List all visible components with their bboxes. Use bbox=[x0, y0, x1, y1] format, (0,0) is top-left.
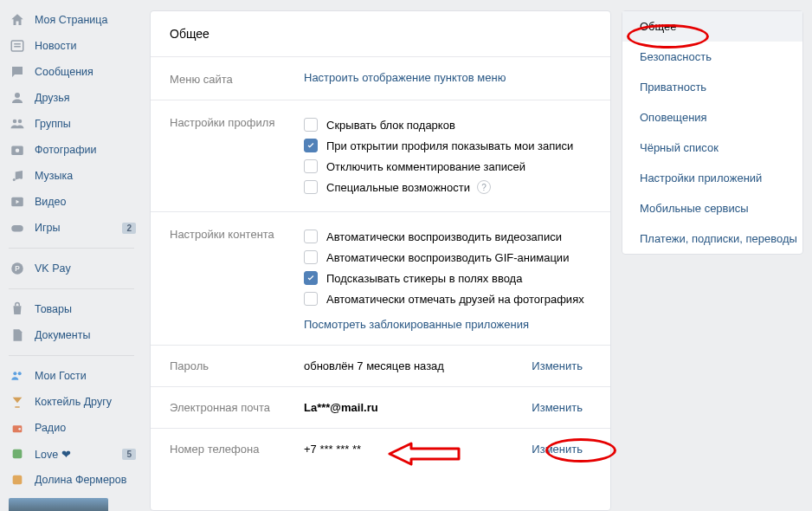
nav-item-msg[interactable]: Сообщения bbox=[0, 59, 143, 85]
settings-nav-Платежи, подписки, переводы[interactable]: Платежи, подписки, переводы bbox=[622, 223, 802, 254]
checkbox-label: При открытии профиля показывать мои запи… bbox=[326, 139, 573, 152]
nav-item-photo[interactable]: Фотографии bbox=[0, 137, 143, 163]
settings-nav-Общее[interactable]: Общее bbox=[622, 11, 802, 42]
checkbox[interactable] bbox=[304, 230, 318, 243]
game-icon bbox=[9, 219, 26, 236]
svg-point-15 bbox=[18, 372, 22, 375]
svg-rect-11 bbox=[11, 225, 23, 232]
checkbox-label: Подсказывать стикеры в полях ввода bbox=[326, 272, 522, 285]
nav-label: VK Pay bbox=[35, 262, 71, 275]
password-value: обновлён 7 месяцев назад bbox=[304, 359, 532, 372]
video-icon bbox=[9, 193, 26, 210]
svg-rect-18 bbox=[13, 450, 23, 459]
settings-nav-Безопасность[interactable]: Безопасность bbox=[622, 42, 802, 72]
radio-icon bbox=[9, 419, 26, 437]
phone-value: +7 *** *** ** bbox=[304, 443, 532, 456]
settings-nav-card: ОбщееБезопасностьПриватностьОповещенияЧё… bbox=[622, 10, 803, 255]
nav-label: Новости bbox=[35, 40, 76, 52]
nav-label: Радио bbox=[35, 422, 66, 434]
phone-label: Номер телефона bbox=[170, 443, 304, 456]
nav-item-video[interactable]: Видео bbox=[0, 189, 143, 215]
svg-point-8 bbox=[13, 178, 16, 181]
nav-item-radio[interactable]: Радио bbox=[0, 415, 143, 441]
left-sidebar: Моя Страница Новости Сообщения Друзья Гр… bbox=[0, 0, 143, 511]
configure-menu-link[interactable]: Настроить отображение пунктов меню bbox=[304, 71, 506, 84]
help-icon[interactable]: ? bbox=[477, 180, 491, 194]
svg-point-5 bbox=[18, 120, 23, 124]
nav-item-cocktail[interactable]: Коктейль Другу bbox=[0, 389, 143, 415]
checkbox-row[interactable]: При открытии профиля показывать мои запи… bbox=[304, 135, 591, 156]
nav-item-farm[interactable]: Долина Фермеров bbox=[0, 467, 143, 493]
checkbox-label: Специальные возможности bbox=[326, 181, 470, 194]
nav-item-music[interactable]: Музыка bbox=[0, 163, 143, 189]
checkbox-row[interactable]: Специальные возможности ? bbox=[304, 177, 591, 197]
nav-item-home[interactable]: Моя Страница bbox=[0, 7, 143, 33]
email-label: Электронная почта bbox=[170, 401, 304, 414]
blocked-apps-link[interactable]: Посмотреть заблокированные приложения bbox=[304, 318, 529, 331]
checkbox[interactable] bbox=[304, 292, 318, 306]
checkbox-row[interactable]: Скрывать блок подарков bbox=[304, 114, 591, 135]
nav-label: Коктейль Другу bbox=[35, 396, 112, 408]
checkbox[interactable] bbox=[304, 118, 318, 132]
nav-item-shop[interactable]: Товары bbox=[0, 296, 143, 322]
settings-nav-Оповещения[interactable]: Оповещения bbox=[622, 102, 802, 133]
email-change-link[interactable]: Изменить bbox=[532, 401, 583, 414]
msg-icon bbox=[9, 63, 26, 81]
nav-badge: 2 bbox=[122, 223, 136, 234]
phone-change-link[interactable]: Изменить bbox=[532, 443, 583, 456]
settings-general-card: Общее Меню сайта Настроить отображение п… bbox=[150, 10, 611, 511]
news-icon bbox=[9, 37, 26, 55]
password-label: Пароль bbox=[170, 359, 304, 372]
settings-nav-Мобильные сервисы[interactable]: Мобильные сервисы bbox=[622, 193, 802, 223]
user-icon bbox=[9, 89, 26, 107]
checkbox[interactable] bbox=[304, 159, 318, 173]
music-icon bbox=[9, 167, 26, 184]
nav-label: Долина Фермеров bbox=[35, 474, 126, 486]
sidebar-thumbnail[interactable] bbox=[9, 498, 108, 511]
checkbox-row[interactable]: Отключить комментирование записей bbox=[304, 156, 591, 177]
svg-point-14 bbox=[13, 372, 16, 375]
nav-item-news[interactable]: Новости bbox=[0, 33, 143, 59]
checkbox-row[interactable]: Автоматически отмечать друзей на фотогра… bbox=[304, 288, 591, 309]
svg-point-4 bbox=[13, 120, 17, 124]
nav-label: Мои Гости bbox=[35, 370, 87, 382]
nav-item-guest[interactable]: Мои Гости bbox=[0, 363, 143, 389]
checkbox[interactable] bbox=[304, 180, 318, 194]
nav-item-game[interactable]: Игры 2 bbox=[0, 215, 143, 241]
checkbox-row[interactable]: Подсказывать стикеры в полях ввода bbox=[304, 268, 591, 288]
nav-label: Музыка bbox=[35, 170, 73, 182]
email-value: La***@mail.ru bbox=[304, 401, 532, 414]
checkbox-label: Скрывать блок подарков bbox=[326, 119, 455, 132]
nav-label: Игры bbox=[35, 222, 60, 234]
cocktail-icon bbox=[9, 393, 26, 411]
shop-icon bbox=[9, 301, 26, 318]
nav-item-doc[interactable]: Документы bbox=[0, 322, 143, 348]
group-icon bbox=[9, 115, 26, 133]
settings-nav-Настройки приложений[interactable]: Настройки приложений bbox=[622, 163, 802, 193]
content-settings-label: Настройки контента bbox=[170, 226, 304, 331]
pay-icon: P bbox=[9, 260, 26, 277]
checkbox-label: Автоматически воспроизводить GIF-анимаци… bbox=[326, 251, 569, 264]
nav-item-love[interactable]: Love ❤ 5 bbox=[0, 441, 143, 467]
checkbox-label: Отключить комментирование записей bbox=[326, 160, 525, 173]
nav-label: Фотографии bbox=[35, 144, 96, 156]
checkbox[interactable] bbox=[304, 250, 318, 264]
menu-row-label: Меню сайта bbox=[170, 71, 304, 86]
profile-settings-label: Настройки профиля bbox=[170, 114, 304, 197]
svg-text:P: P bbox=[15, 265, 20, 273]
checkbox-row[interactable]: Автоматически воспроизводить видеозаписи bbox=[304, 226, 591, 247]
nav-label: Группы bbox=[35, 118, 71, 130]
guest-icon bbox=[9, 367, 26, 385]
settings-nav-Приватность[interactable]: Приватность bbox=[622, 72, 802, 102]
svg-point-3 bbox=[15, 93, 20, 98]
nav-label: Love ❤ bbox=[35, 448, 71, 461]
nav-label: Документы bbox=[35, 329, 90, 341]
checkbox[interactable] bbox=[304, 139, 318, 152]
checkbox[interactable] bbox=[304, 271, 318, 285]
settings-nav-Чёрный список[interactable]: Чёрный список bbox=[622, 133, 802, 163]
password-change-link[interactable]: Изменить bbox=[532, 359, 583, 372]
nav-item-pay[interactable]: P VK Pay bbox=[0, 256, 143, 281]
checkbox-row[interactable]: Автоматически воспроизводить GIF-анимаци… bbox=[304, 247, 591, 268]
nav-item-group[interactable]: Группы bbox=[0, 111, 143, 137]
nav-item-user[interactable]: Друзья bbox=[0, 85, 143, 111]
